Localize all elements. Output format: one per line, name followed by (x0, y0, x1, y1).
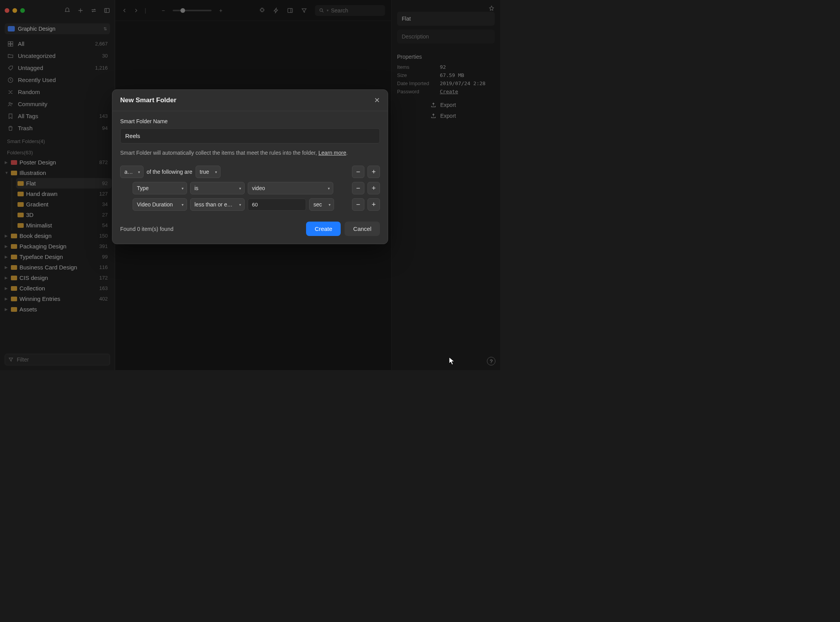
help-text: Smart Folder will automatically collect … (120, 149, 380, 157)
add-rule-button[interactable]: + (368, 182, 380, 194)
rule-unit-select[interactable]: sec (309, 198, 334, 211)
rule-row-2: Video Duration less than or equal sec − … (120, 198, 380, 211)
smart-folder-name-input[interactable] (120, 128, 380, 143)
match-mode-select[interactable]: any (120, 166, 144, 178)
name-label: Smart Folder Name (120, 118, 380, 124)
rule-field-select[interactable]: Video Duration (133, 198, 187, 211)
help-button[interactable]: ? (487, 357, 495, 365)
match-row: any of the following are true − + (120, 166, 380, 178)
create-button[interactable]: Create (306, 222, 341, 236)
cancel-button[interactable]: Cancel (345, 222, 380, 236)
remove-rule-button[interactable]: − (352, 182, 364, 194)
close-icon[interactable]: ✕ (374, 96, 380, 105)
new-smart-folder-dialog: New Smart Folder ✕ Smart Folder Name Sma… (112, 89, 388, 244)
rule-field-select[interactable]: Type (133, 182, 187, 194)
rule-op-select[interactable]: less than or equal (190, 198, 245, 211)
modal-title: New Smart Folder (120, 96, 177, 104)
rule-number-input[interactable] (248, 199, 306, 211)
add-rule-button[interactable]: + (368, 198, 380, 211)
rule-row-1: Type is video − + (120, 182, 380, 194)
found-count: Found 0 item(s) found (120, 226, 173, 232)
rule-value-select[interactable]: video (248, 182, 333, 194)
rule-op-select[interactable]: is (190, 182, 245, 194)
modal-overlay: New Smart Folder ✕ Smart Folder Name Sma… (0, 0, 500, 370)
remove-group-button[interactable]: − (352, 166, 364, 178)
learn-more-link[interactable]: Learn more (318, 150, 346, 156)
cursor-icon (448, 356, 456, 366)
remove-rule-button[interactable]: − (352, 198, 364, 211)
match-mid-text: of the following are (147, 169, 192, 175)
add-group-button[interactable]: + (368, 166, 380, 178)
match-truth-select[interactable]: true (196, 166, 220, 178)
